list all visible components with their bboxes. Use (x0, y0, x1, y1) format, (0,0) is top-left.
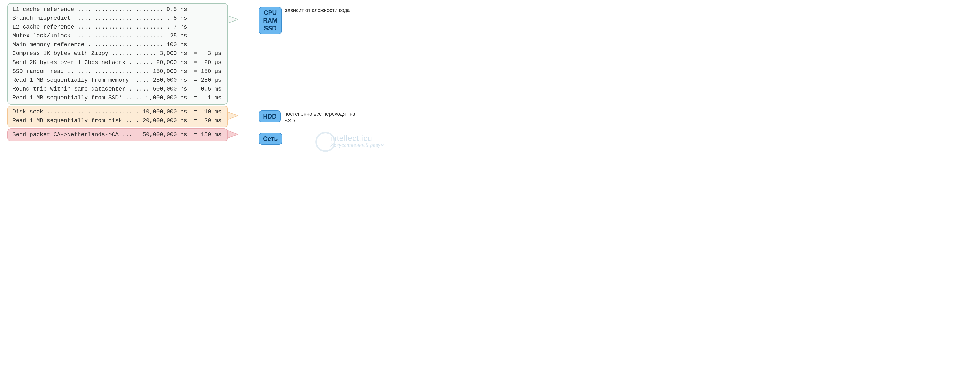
annotation: Сеть (259, 133, 282, 145)
svg-marker-2 (227, 130, 238, 138)
pennant-icon (227, 112, 238, 120)
pennant-icon (227, 130, 238, 138)
latency-group-red: Send packet CA->Netherlands->CA .... 150… (7, 128, 228, 141)
latency-line: SSD random read ........................… (13, 67, 223, 76)
latency-group-green: L1 cache reference .....................… (7, 3, 228, 105)
annotation: HDDпостепенно все переходят на SSD (259, 111, 362, 124)
latency-line: Round trip within same datacenter ......… (13, 85, 223, 94)
latency-line: Read 1 MB sequentially from memory .....… (13, 76, 223, 85)
latency-line: Main memory reference ..................… (13, 40, 223, 49)
svg-marker-1 (227, 112, 238, 120)
latency-table: L1 cache reference .....................… (7, 3, 228, 143)
latency-line: Read 1 MB sequentially from disk .... 20… (13, 116, 223, 125)
annotation-text: зависит от сложности кода (285, 7, 350, 13)
layout-row: L1 cache reference .....................… (7, 3, 387, 143)
category-badge: HDD (259, 111, 281, 122)
latency-line: Disk seek ........................... 10… (13, 108, 223, 116)
category-badge: CPU RAM SSD (259, 7, 282, 34)
latency-line: Send 2K bytes over 1 Gbps network ......… (13, 59, 223, 67)
category-badge: Сеть (259, 133, 282, 145)
svg-marker-0 (227, 16, 238, 23)
latency-line: Read 1 MB sequentially from SSD* ..... 1… (13, 94, 223, 103)
annotation: CPU RAM SSDзависит от сложности кода (259, 7, 350, 34)
latency-group-orange: Disk seek ........................... 10… (7, 106, 228, 127)
latency-line: Compress 1K bytes with Zippy ...........… (13, 49, 223, 58)
latency-line: Mutex lock/unlock ......................… (13, 32, 223, 40)
latency-line: Send packet CA->Netherlands->CA .... 150… (13, 130, 223, 139)
pennant-icon (227, 16, 238, 23)
watermark-subtitle: Искусственный разум (330, 143, 384, 148)
latency-line: L2 cache reference .....................… (13, 23, 223, 32)
annotation-text: постепенно все переходят на SSD (284, 111, 362, 124)
latency-line: L1 cache reference .....................… (13, 5, 223, 14)
latency-line: Branch mispredict ......................… (13, 14, 223, 23)
